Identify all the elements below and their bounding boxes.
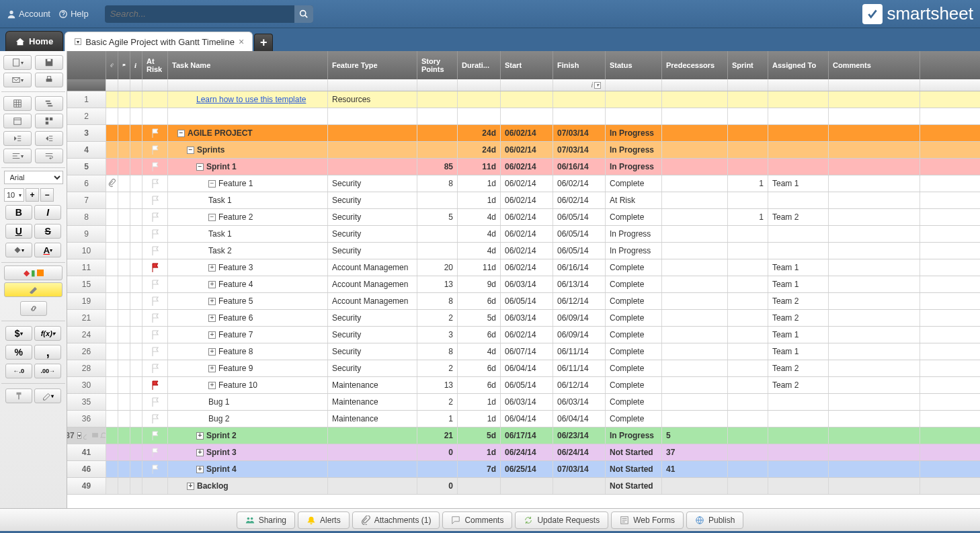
link-button[interactable]: [20, 301, 47, 316]
assigned-cell[interactable]: [768, 461, 829, 477]
row-number[interactable]: 28: [67, 360, 106, 376]
info-cell[interactable]: [130, 125, 142, 141]
discussion-cell[interactable]: [118, 394, 130, 410]
comments-column-header[interactable]: Comments: [829, 51, 920, 79]
font-size-decrease[interactable]: −: [40, 188, 54, 202]
comments-cell[interactable]: [829, 327, 920, 343]
risk-cell[interactable]: [142, 159, 168, 175]
finish-cell[interactable]: 06/02/14: [553, 192, 606, 208]
task-cell[interactable]: +Sprint 3: [168, 444, 328, 460]
expand-toggle[interactable]: +: [208, 331, 216, 339]
predecessors-cell[interactable]: [662, 226, 728, 242]
finish-cell[interactable]: 06/13/14: [553, 276, 606, 292]
predecessors-cell[interactable]: [662, 192, 728, 208]
duration-cell[interactable]: [458, 478, 501, 494]
task-cell[interactable]: −Feature 2: [168, 209, 328, 225]
expand-toggle[interactable]: −: [208, 180, 216, 188]
assigned-cell[interactable]: Team 2: [768, 360, 829, 376]
assigned-cell[interactable]: [768, 159, 829, 175]
calendar-view-button[interactable]: [3, 114, 32, 128]
start-cell[interactable]: 06/02/14: [501, 175, 553, 192]
table-row[interactable]: 41 +Sprint 3 0 1d 06/24/14 06/24/14 Not …: [67, 444, 980, 461]
feature-cell[interactable]: [328, 159, 417, 175]
task-cell[interactable]: +Sprint 4: [168, 461, 328, 477]
at-risk-column-header[interactable]: At Risk: [142, 51, 168, 79]
predecessors-column-header[interactable]: Predecessors: [662, 51, 728, 79]
duration-cell[interactable]: 11d: [458, 159, 501, 175]
duration-cell[interactable]: 1d: [458, 394, 501, 410]
start-cell[interactable]: 06/02/14: [501, 327, 553, 343]
finish-cell[interactable]: 06/05/14: [553, 209, 606, 225]
feature-cell[interactable]: Security: [328, 360, 417, 376]
table-row[interactable]: 2: [67, 108, 980, 125]
discussion-cell[interactable]: [118, 243, 130, 259]
task-cell[interactable]: Task 1: [168, 192, 328, 208]
expand-toggle[interactable]: −: [187, 147, 194, 154]
story-cell[interactable]: 3: [417, 327, 458, 343]
predecessors-cell[interactable]: [662, 108, 728, 124]
currency-button[interactable]: $▾: [5, 326, 32, 341]
assigned-cell[interactable]: [768, 394, 829, 410]
expand-toggle[interactable]: −: [177, 130, 185, 137]
table-row[interactable]: 35 Bug 1 Maintenance 2 1d 06/03/14 06/03…: [67, 394, 980, 411]
home-tab[interactable]: Home: [5, 31, 63, 51]
feature-cell[interactable]: Security: [328, 243, 417, 259]
row-number[interactable]: 3: [67, 125, 106, 141]
story-cell[interactable]: 8: [417, 293, 458, 309]
attach-cell[interactable]: [106, 478, 118, 494]
status-cell[interactable]: Not Started: [606, 461, 662, 477]
feature-cell[interactable]: [328, 108, 417, 124]
story-cell[interactable]: 0: [417, 478, 458, 494]
start-cell[interactable]: [501, 478, 553, 494]
start-cell[interactable]: 06/05/14: [501, 293, 553, 309]
feature-cell[interactable]: Security: [328, 327, 417, 343]
discussion-cell[interactable]: [118, 343, 130, 360]
comments-cell[interactable]: [829, 478, 920, 494]
risk-cell[interactable]: [142, 192, 168, 208]
start-cell[interactable]: [501, 108, 553, 124]
table-row[interactable]: 9 Task 1 Security 4d 06/02/14 06/05/14 I…: [67, 226, 980, 243]
comments-cell[interactable]: [829, 377, 920, 393]
task-cell[interactable]: +Feature 3: [168, 259, 328, 276]
duration-cell[interactable]: 11d: [458, 259, 501, 276]
start-cell[interactable]: 06/03/14: [501, 394, 553, 410]
comments-cell[interactable]: [829, 411, 920, 427]
finish-cell[interactable]: 06/09/14: [553, 327, 606, 343]
attachments-button[interactable]: Attachments (1): [352, 511, 440, 529]
row-number[interactable]: 15: [67, 276, 106, 292]
story-cell[interactable]: 5: [417, 209, 458, 225]
predecessors-cell[interactable]: [662, 125, 728, 141]
assigned-cell[interactable]: Team 2: [768, 293, 829, 309]
finish-cell[interactable]: 06/02/14: [553, 175, 606, 192]
risk-cell[interactable]: [142, 259, 168, 276]
feature-type-column-header[interactable]: Feature Type: [328, 51, 417, 79]
sprint-cell[interactable]: [728, 377, 768, 393]
info-cell[interactable]: [130, 327, 142, 343]
attach-cell[interactable]: [106, 394, 118, 410]
predecessors-cell[interactable]: [662, 310, 728, 326]
row-number[interactable]: 7: [67, 192, 106, 208]
assigned-cell[interactable]: Team 1: [768, 259, 829, 276]
duration-cell[interactable]: 4d: [458, 243, 501, 259]
finish-cell[interactable]: 06/03/14: [553, 394, 606, 410]
expand-toggle[interactable]: +: [208, 264, 216, 272]
task-cell[interactable]: Task 2: [168, 243, 328, 259]
font-size-input[interactable]: 10▾: [4, 188, 24, 202]
discussion-cell[interactable]: [118, 142, 130, 158]
info-cell[interactable]: [130, 175, 142, 192]
info-cell[interactable]: [130, 360, 142, 376]
table-row[interactable]: 36 Bug 2 Maintenance 1 1d 06/04/14 06/04…: [67, 411, 980, 427]
attach-cell[interactable]: [106, 91, 118, 108]
print-button[interactable]: [35, 73, 63, 87]
discussion-cell[interactable]: [118, 327, 130, 343]
duration-cell[interactable]: 1d: [458, 175, 501, 192]
attach-cell[interactable]: [106, 276, 118, 292]
story-cell[interactable]: 20: [417, 259, 458, 276]
story-points-column-header[interactable]: Story Points: [417, 51, 458, 79]
start-cell[interactable]: 06/02/14: [501, 142, 553, 158]
finish-cell[interactable]: [553, 91, 606, 108]
finish-cell[interactable]: 06/04/14: [553, 411, 606, 427]
predecessors-cell[interactable]: [662, 159, 728, 175]
strike-button[interactable]: S: [34, 224, 61, 239]
risk-cell[interactable]: [142, 377, 168, 393]
